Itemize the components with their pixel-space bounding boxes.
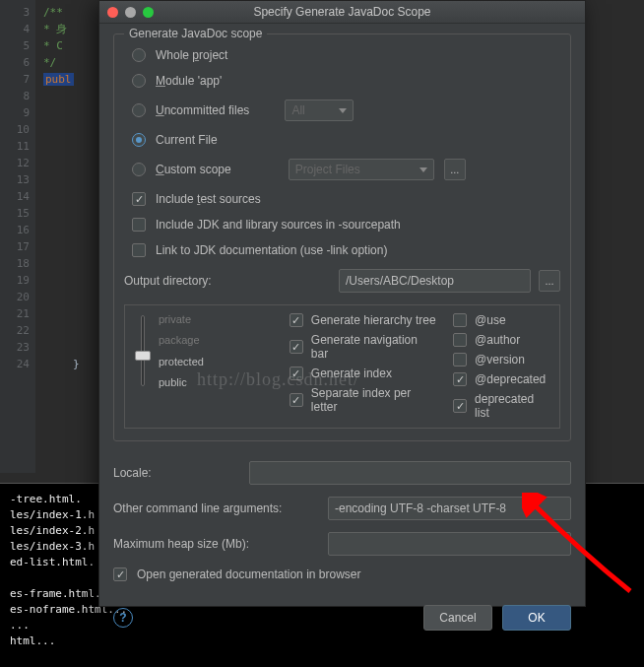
changelist-dropdown[interactable]: All xyxy=(285,100,354,121)
heap-label: Maximum heap size (Mb): xyxy=(113,537,320,551)
check-deprecated[interactable] xyxy=(453,372,467,386)
scope-ellipsis-button[interactable]: ... xyxy=(444,159,466,180)
output-browse-button[interactable]: ... xyxy=(539,270,560,292)
ok-button[interactable]: OK xyxy=(502,605,571,631)
help-button[interactable]: ? xyxy=(113,608,133,628)
check-open-doc[interactable] xyxy=(113,567,127,581)
check-deprecated-list[interactable] xyxy=(453,399,467,413)
titlebar[interactable]: Specify Generate JavaDoc Scope xyxy=(99,1,585,24)
radio-module[interactable]: Module 'app' xyxy=(124,68,560,94)
code-area: /** * 身 * C */ publ } xyxy=(35,0,80,473)
check-hierarchy[interactable] xyxy=(290,313,303,327)
check-link-jdk[interactable]: Link to JDK documentation (use -link opt… xyxy=(124,237,560,263)
checkbox-icon[interactable] xyxy=(132,218,146,232)
locale-label: Locale: xyxy=(113,466,241,480)
dialog-title: Specify Generate JavaDoc Scope xyxy=(99,5,585,19)
javadoc-dialog: Specify Generate JavaDoc Scope Generate … xyxy=(98,0,586,607)
radio-icon[interactable] xyxy=(132,133,146,147)
check-sep-index[interactable] xyxy=(290,393,303,407)
radio-uncommitted[interactable]: Uncommitted files All xyxy=(124,94,560,127)
check-author[interactable] xyxy=(453,333,467,347)
cancel-button[interactable]: Cancel xyxy=(423,605,492,631)
checkbox-icon[interactable] xyxy=(132,243,146,257)
other-args-label: Other command line arguments: xyxy=(113,501,320,515)
check-version[interactable] xyxy=(453,353,467,367)
radio-icon[interactable] xyxy=(132,74,146,88)
scope-group: Generate JavaDoc scope Whole project Mod… xyxy=(113,33,571,441)
generate-options: Generate hierarchy tree Generate navigat… xyxy=(290,313,437,420)
options-box: private package protected public Generat… xyxy=(124,304,560,429)
check-navbar[interactable] xyxy=(290,340,303,354)
check-include-jdk[interactable]: Include JDK and library sources in -sour… xyxy=(124,212,560,237)
radio-current-file[interactable]: Current File xyxy=(124,127,560,153)
line-gutter: 3456789101112131415161718192021222324 xyxy=(0,0,35,473)
other-args-input[interactable]: -encoding UTF-8 -charset UTF-8 xyxy=(328,497,571,520)
heap-input[interactable] xyxy=(328,532,571,556)
slider-thumb-icon[interactable] xyxy=(135,351,151,361)
radio-custom-scope[interactable]: Custom scope Project Files ... xyxy=(124,153,560,186)
tag-options: @use @author @version @deprecated deprec… xyxy=(453,313,549,420)
checkbox-icon[interactable] xyxy=(132,192,146,206)
group-title: Generate JavaDoc scope xyxy=(124,27,267,40)
check-include-test[interactable]: Include test sources xyxy=(124,186,560,212)
radio-icon[interactable] xyxy=(132,48,146,62)
check-use[interactable] xyxy=(453,313,467,327)
check-index[interactable] xyxy=(290,367,303,380)
output-dir-input[interactable]: /Users/ABC/Desktop xyxy=(339,269,531,293)
scope-dropdown[interactable]: Project Files xyxy=(289,159,434,180)
radio-whole-project[interactable]: Whole project xyxy=(124,42,560,68)
visibility-slider[interactable]: private package protected public xyxy=(135,313,280,420)
output-dir-label: Output directory: xyxy=(124,274,331,288)
radio-icon[interactable] xyxy=(132,163,146,176)
radio-icon[interactable] xyxy=(132,103,146,117)
locale-input[interactable] xyxy=(249,461,571,485)
